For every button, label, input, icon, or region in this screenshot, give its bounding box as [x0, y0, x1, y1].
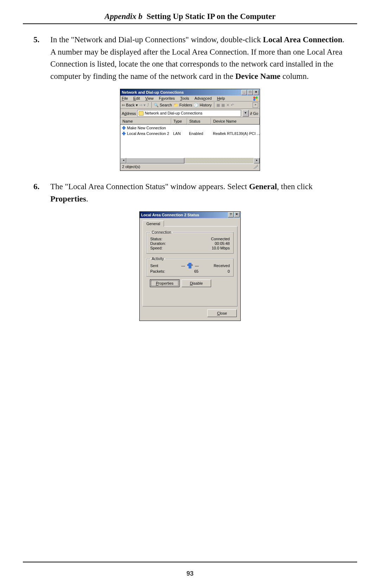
menu-tools[interactable]: Tools	[180, 96, 189, 100]
col-type[interactable]: Type	[171, 118, 187, 124]
horizontal-scrollbar[interactable]: ◂ ▸	[120, 158, 260, 163]
menu-favorites[interactable]: Favorites	[159, 96, 175, 100]
maximize-button[interactable]: □	[247, 90, 253, 95]
header-rule	[23, 23, 357, 24]
window-title: Network and Dial-up Connections	[122, 89, 184, 95]
folders-button[interactable]: 📁 Folders	[173, 103, 192, 107]
menu-edit[interactable]: Edit	[133, 96, 140, 100]
step-6: 6. The "Local Area Connection Status" wi…	[33, 181, 350, 205]
window-titlebar: Network and Dial-up Connections _ □ ✕	[120, 89, 260, 95]
help-button[interactable]: ?	[228, 212, 234, 217]
toolbar: ⇦ Back ▾ ⇨ ▾ ⤴ 🔍 Search 📁 Folders 🕘 Hist…	[120, 101, 260, 109]
menu-help[interactable]: Help	[217, 96, 225, 100]
col-name[interactable]: Name	[120, 118, 171, 124]
activity-diagram: — —	[181, 263, 199, 268]
col-device[interactable]: Device Name	[211, 118, 260, 124]
footer-rule	[23, 562, 357, 562]
address-dropdown-button[interactable]: ▼	[242, 110, 249, 117]
up-button[interactable]: ⤴	[147, 103, 149, 107]
undo-icon[interactable]: ↶	[231, 103, 234, 107]
step-5-text: In the "Network and Dial-up Connections"…	[50, 34, 350, 82]
tab-general[interactable]: General	[142, 221, 164, 227]
folder-icon	[139, 111, 144, 116]
bold-device-name: Device Name	[235, 72, 280, 81]
scroll-track[interactable]	[126, 158, 254, 163]
history-button[interactable]: 🕘 History	[194, 103, 211, 107]
bold-general: General	[249, 182, 277, 191]
step-5: 5. In the "Network and Dial-up Connectio…	[33, 34, 350, 82]
properties-button[interactable]: Properties	[150, 279, 179, 287]
item-type: LAN	[171, 131, 187, 136]
text: The "Local Area Connection Status" windo…	[50, 182, 249, 191]
delete-icon[interactable]: ✕	[226, 103, 229, 107]
list-content: Make New Connection Local Area Connectio…	[120, 125, 260, 158]
step-6-text: The "Local Area Connection Status" windo…	[50, 181, 350, 205]
label: Status:	[150, 237, 162, 241]
address-value: Network and Dial-up Connections	[145, 110, 202, 116]
col-status[interactable]: Status	[187, 118, 211, 124]
lan-icon	[122, 132, 126, 135]
tab-strip: General	[140, 218, 240, 226]
resize-grip-icon[interactable]	[254, 165, 258, 169]
window-title: Local Area Connection 2 Status	[141, 212, 199, 218]
disable-button[interactable]: Disable	[182, 279, 211, 287]
packets-received-value: 0	[228, 269, 230, 273]
window-controls: _ □ ✕	[241, 89, 259, 95]
value: 10.0 Mbps	[212, 246, 230, 250]
item-device: Realtek RTL8139(A) PCI ...	[211, 131, 260, 136]
screenshot-lan-status: Local Area Connection 2 Status ? ✕ Gener…	[139, 211, 241, 321]
close-button[interactable]: ✕	[234, 212, 240, 217]
go-button[interactable]: ∂ Go	[250, 111, 258, 116]
status-text: 2 object(s)	[122, 165, 140, 170]
duration-row: Duration: 00:05:48	[150, 241, 230, 246]
received-label: Received	[209, 264, 230, 268]
document-page: Appendix b Setting Up Static IP on the C…	[0, 0, 380, 588]
text: .	[86, 194, 88, 203]
menu-advanced[interactable]: Advanced	[195, 96, 212, 100]
page-header: Appendix b Setting Up Static IP on the C…	[23, 12, 357, 21]
button-row: Properties Disable	[146, 279, 234, 290]
packets-row: Packets: 65 0	[150, 269, 230, 273]
value: 00:05:48	[215, 241, 230, 246]
scroll-thumb[interactable]	[126, 158, 184, 163]
value: Connected	[211, 237, 230, 241]
minimize-button[interactable]: _	[241, 90, 247, 95]
header-prefix: Appendix b	[104, 12, 142, 21]
label: Speed:	[150, 246, 163, 250]
menu-view[interactable]: View	[145, 96, 154, 100]
header-title: Setting Up Static IP on the Computer	[146, 12, 276, 21]
activity-group: Activity Sent — — Received Packets: 65 0	[146, 256, 234, 277]
toolbar-overflow-button[interactable]: »	[253, 102, 258, 108]
window-titlebar: Local Area Connection 2 Status ? ✕	[140, 212, 240, 218]
back-button[interactable]: ⇦ Back ▾	[122, 103, 138, 107]
scroll-left-button[interactable]: ◂	[120, 158, 126, 163]
sent-label: Sent	[150, 264, 171, 268]
list-header: Name Type Status Device Name	[120, 118, 260, 125]
close-button[interactable]: ✕	[253, 90, 259, 95]
copy-icon[interactable]: ▦	[221, 103, 225, 107]
windows-logo-icon	[253, 96, 258, 101]
toolbar-separator	[151, 102, 152, 108]
list-item-make-new-connection[interactable]: Make New Connection	[120, 125, 260, 131]
item-name: Make New Connection	[127, 126, 166, 130]
close-dialog-button[interactable]: Close	[207, 309, 237, 317]
screenshot-network-connections: Network and Dial-up Connections _ □ ✕ Fi…	[120, 89, 260, 171]
speed-row: Speed: 10.0 Mbps	[150, 246, 230, 250]
tab-panel: Connection Status: Connected Duration: 0…	[142, 226, 238, 307]
packets-label: Packets:	[150, 269, 165, 273]
move-icon[interactable]: ▦	[216, 103, 220, 107]
menu-file[interactable]: File	[122, 96, 128, 100]
page-number: 93	[0, 570, 380, 577]
address-field[interactable]: Network and Dial-up Connections	[137, 110, 241, 117]
search-button[interactable]: 🔍 Search	[154, 103, 172, 107]
status-row: Status: Connected	[150, 237, 230, 241]
connection-group: Connection Status: Connected Duration: 0…	[146, 230, 234, 254]
close-bar: Close	[140, 309, 240, 321]
scroll-right-button[interactable]: ▸	[254, 158, 260, 163]
text: In the "Network and Dial-up Connections"…	[50, 35, 263, 44]
status-bar: 2 object(s)	[120, 163, 260, 171]
list-item-local-area-connection-2[interactable]: Local Area Connection 2 LAN Enabled Real…	[120, 131, 260, 136]
item-name: Local Area Connection 2	[127, 131, 169, 136]
forward-button[interactable]: ⇨ ▾	[139, 103, 146, 107]
label: Duration:	[150, 241, 166, 246]
